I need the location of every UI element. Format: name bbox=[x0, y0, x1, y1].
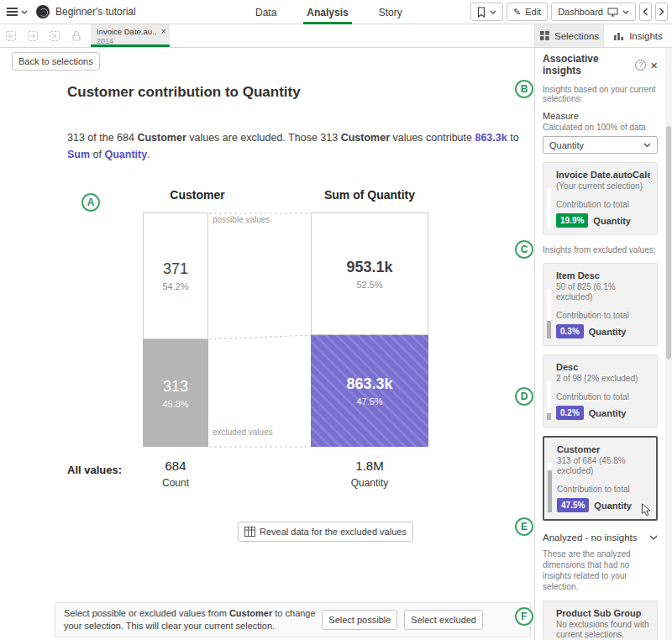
back-to-selections-button[interactable]: Back to selections bbox=[12, 52, 100, 71]
quantity-possible-bar[interactable]: 953.1k 52.5% bbox=[311, 212, 428, 335]
insights-detail-view: Back to selections Customer contribution… bbox=[0, 48, 534, 640]
edit-button-label: Edit bbox=[525, 7, 541, 17]
card-subtitle: 50 of 825 (6.1% excluded) bbox=[556, 282, 650, 302]
selections-back-button[interactable] bbox=[0, 24, 22, 47]
card-kpi-row: 0.2% Quantity bbox=[556, 406, 650, 420]
annotation-badge-c: C bbox=[515, 240, 533, 259]
edit-button[interactable]: ✎ Edit bbox=[507, 3, 548, 21]
panel-scrollbar-thumb[interactable] bbox=[666, 126, 671, 359]
bookmark-button[interactable] bbox=[470, 3, 503, 21]
insight-card-customer[interactable]: Customer 313 of 684 (45.8% excluded) Con… bbox=[543, 436, 658, 521]
selection-hint-text: Select possible or excluded values from … bbox=[64, 607, 322, 632]
total-count-label: Count bbox=[143, 477, 208, 489]
selection-hint-actions: Select possible Select excluded bbox=[322, 610, 483, 630]
tab-story[interactable]: Story bbox=[375, 0, 406, 24]
topbar-actions: ✎ Edit Dashboard bbox=[470, 3, 672, 21]
selection-hint-bar: Select possible or excluded values from … bbox=[55, 602, 531, 637]
card-title: Product Sub Group bbox=[556, 608, 650, 618]
analyzed-heading: Analyzed - no insights bbox=[543, 532, 638, 543]
insight-card-product-sub-group[interactable]: Product Sub Group No exclusions found wi… bbox=[543, 601, 658, 640]
selection-chip-invoice-date[interactable]: Invoice Date.au... 2014 × bbox=[91, 24, 170, 47]
possible-count: 371 bbox=[163, 260, 188, 278]
selection-value: 2014 bbox=[97, 37, 156, 45]
cursor-icon bbox=[641, 503, 652, 517]
possible-pct: 52.5% bbox=[356, 280, 382, 290]
card-kpi-row: 0.3% Quantity bbox=[556, 324, 650, 338]
lock-icon bbox=[70, 29, 83, 43]
panel-tabs: Selections Insights bbox=[534, 24, 672, 47]
total-quantity-value: 1.8M bbox=[311, 459, 428, 473]
page-title: Customer contribution to Quantity bbox=[67, 84, 301, 101]
panel-title: Associative insights bbox=[543, 53, 631, 76]
card-kpi-row: 47.5% Quantity bbox=[557, 498, 649, 512]
next-sheet-button[interactable] bbox=[655, 3, 668, 21]
annotation-badge-a: A bbox=[81, 193, 100, 212]
global-menu-button[interactable] bbox=[0, 0, 34, 24]
panel-scrollbar[interactable] bbox=[665, 48, 672, 640]
selections-toolbar: Invoice Date.au... 2014 × Selections Ins… bbox=[0, 24, 672, 48]
selections-lock-button[interactable] bbox=[66, 24, 87, 47]
selection-field-name: Invoice Date.au... bbox=[97, 27, 156, 36]
chevron-right-icon bbox=[659, 8, 664, 16]
chevron-down-icon bbox=[643, 143, 651, 148]
chevron-down-icon bbox=[622, 10, 629, 14]
selections-forward-button[interactable] bbox=[22, 24, 44, 47]
card-title: Desc bbox=[556, 362, 650, 372]
card-subtitle: 313 of 684 (45.8% excluded) bbox=[557, 456, 649, 476]
insight-card-current-selection[interactable]: Invoice Date.autoCalen... (Your current … bbox=[543, 162, 658, 235]
quantity-excluded-bar[interactable]: 863.3k 47.5% bbox=[311, 335, 428, 447]
select-excluded-button[interactable]: Select excluded bbox=[404, 610, 483, 630]
excluded-values-label: excluded values bbox=[213, 428, 273, 437]
card-title: Invoice Date.autoCalen... bbox=[556, 170, 650, 180]
selections-forward-icon bbox=[26, 29, 39, 43]
card-measure: Quantity bbox=[593, 216, 631, 226]
total-count-value: 684 bbox=[143, 459, 208, 473]
excluded-count: 313 bbox=[163, 378, 188, 396]
card-kpi-row: 19.9% Quantity bbox=[556, 213, 650, 228]
excluded-sum: 863.3k bbox=[346, 375, 392, 393]
contribution-label: Contribution to total bbox=[556, 200, 650, 209]
app-window: Beginner's tutorial Data Analysis Story … bbox=[0, 0, 672, 640]
sheet-selector-button[interactable]: Dashboard bbox=[551, 3, 636, 21]
clear-selections-icon bbox=[48, 29, 61, 43]
chevron-down-icon bbox=[21, 10, 28, 14]
excluded-ratio-bar bbox=[547, 380, 551, 420]
reveal-data-button[interactable]: Reveal data for the excluded values bbox=[238, 522, 413, 542]
tab-analysis[interactable]: Analysis bbox=[303, 0, 351, 24]
chart-connector-lines bbox=[209, 212, 311, 449]
top-navigation-bar: Beginner's tutorial Data Analysis Story … bbox=[0, 0, 672, 24]
customer-excluded-bar[interactable]: 313 45.8% bbox=[143, 339, 208, 447]
chevron-left-icon bbox=[643, 8, 648, 16]
card-subtitle: (Your current selection) bbox=[556, 181, 650, 191]
excluded-ratio-bar bbox=[547, 188, 551, 228]
analyzed-no-insights-toggle[interactable]: Analyzed - no insights bbox=[543, 532, 658, 543]
insight-card-item-desc[interactable]: Item Desc 50 of 825 (6.1% excluded) Cont… bbox=[543, 263, 658, 346]
close-panel-button[interactable]: × bbox=[650, 59, 658, 71]
prev-sheet-button[interactable] bbox=[639, 3, 652, 21]
remove-selection-button[interactable]: × bbox=[161, 26, 166, 36]
tab-selections[interactable]: Selections bbox=[534, 24, 603, 47]
tab-data[interactable]: Data bbox=[252, 0, 280, 24]
card-title: Customer bbox=[557, 444, 649, 454]
contribution-badge: 0.2% bbox=[556, 406, 584, 420]
clear-selections-button[interactable] bbox=[44, 24, 66, 47]
card-measure: Quantity bbox=[594, 501, 632, 511]
help-icon[interactable]: ? bbox=[635, 60, 646, 71]
reveal-data-label: Reveal data for the excluded values bbox=[260, 527, 407, 537]
customer-possible-bar[interactable]: 371 54.2% bbox=[143, 212, 208, 339]
panel-intro-text: Insights based on your current selection… bbox=[543, 85, 658, 103]
measure-dropdown[interactable]: Quantity bbox=[543, 136, 658, 154]
table-icon bbox=[244, 527, 255, 537]
contribution-label: Contribution to total bbox=[556, 392, 650, 401]
annotation-badge-b: B bbox=[515, 80, 533, 98]
insight-card-desc[interactable]: Desc 2 of 98 (2% excluded) Contribution … bbox=[543, 354, 658, 428]
excluded-pct: 47.5% bbox=[356, 396, 382, 407]
hamburger-icon bbox=[7, 8, 18, 16]
annotation-badge-e: E bbox=[515, 517, 533, 536]
insights-icon bbox=[613, 31, 625, 41]
tab-insights[interactable]: Insights bbox=[603, 24, 672, 47]
column-header-sum-of-quantity: Sum of Quantity bbox=[307, 188, 433, 202]
select-possible-button[interactable]: Select possible bbox=[322, 610, 397, 630]
measure-subtext: Calculated on 100% of data bbox=[543, 123, 658, 132]
possible-pct: 54.2% bbox=[162, 281, 188, 291]
